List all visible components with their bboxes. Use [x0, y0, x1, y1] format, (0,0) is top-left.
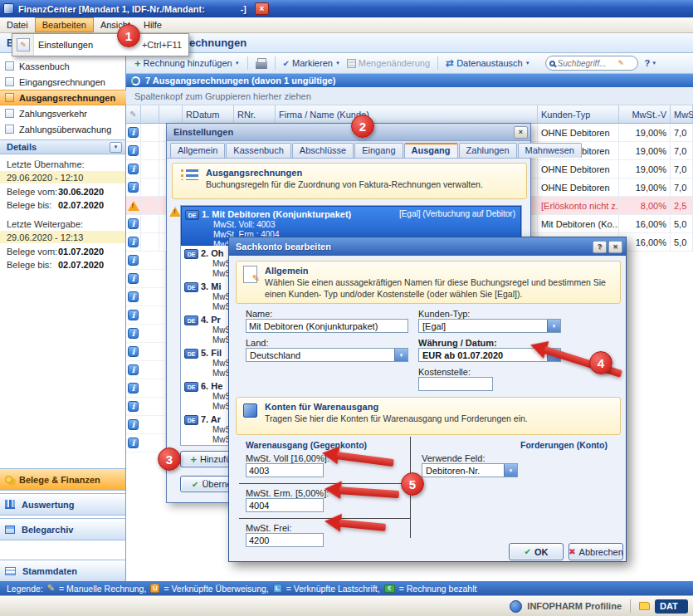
- table-row-icon[interactable]: i: [126, 343, 166, 361]
- tab-allgemein[interactable]: Allgemein: [170, 143, 225, 158]
- name-input[interactable]: [246, 319, 408, 333]
- info-icon[interactable]: i: [128, 383, 139, 394]
- column-header-mwst-v[interactable]: MwSt.-V: [619, 105, 671, 124]
- nav-auswertung[interactable]: Auswertung: [0, 493, 125, 516]
- kostenstelle-input[interactable]: [418, 377, 493, 391]
- info-icon[interactable]: i: [128, 145, 139, 156]
- info-icon[interactable]: i: [128, 291, 139, 302]
- table-row-icon[interactable]: i: [126, 416, 166, 434]
- sidebar-item-zahlungsverkehr[interactable]: Zahlungsverkehr: [0, 105, 126, 121]
- chevron-down-icon[interactable]: ▼: [547, 320, 560, 332]
- info-icon[interactable]: i: [128, 328, 139, 339]
- sidebar-item-eingangsrechnungen[interactable]: Eingangsrechnungen: [0, 74, 126, 90]
- table-row-icon[interactable]: i: [126, 361, 166, 379]
- search-input[interactable]: [558, 59, 616, 68]
- menu-bearbeiten[interactable]: Bearbeiten: [35, 17, 94, 32]
- menu-hilfe[interactable]: Hilfe: [137, 17, 168, 32]
- info-icon[interactable]: i: [128, 438, 139, 448]
- info-icon[interactable]: i: [128, 255, 139, 266]
- de-flag-icon: DE: [184, 249, 198, 259]
- dat-button[interactable]: DAT: [655, 599, 688, 614]
- debit-badge-icon: L: [273, 584, 282, 593]
- mwst-voll-input[interactable]: [246, 463, 324, 477]
- account-dialog-titlebar[interactable]: Sachkonto bearbeiten ? ×: [229, 237, 626, 256]
- help-button[interactable]: ? ▼: [645, 58, 657, 68]
- money-icon: €: [384, 584, 395, 593]
- column-header-icon[interactable]: [141, 105, 159, 124]
- details-filter-icon[interactable]: ▼: [110, 142, 122, 153]
- chevron-down-icon[interactable]: ▼: [504, 464, 517, 477]
- info-icon[interactable]: i: [128, 273, 139, 284]
- belege-bis-label: Belege bis:: [7, 200, 58, 210]
- group-by-area[interactable]: Spaltenkopf zum Gruppieren hierher ziehe…: [126, 87, 693, 105]
- brand-icon: [510, 600, 522, 613]
- de-flag-icon: DE: [184, 382, 198, 392]
- close-icon[interactable]: ×: [608, 241, 622, 253]
- close-icon[interactable]: ×: [514, 126, 528, 139]
- uebernahme-vom-row: Belege vom: 30.06.2020: [7, 187, 123, 197]
- tab-abschluesse[interactable]: Abschlüsse: [292, 143, 354, 158]
- info-icon[interactable]: i: [128, 401, 139, 412]
- info-icon[interactable]: i: [128, 218, 139, 229]
- column-header-icon[interactable]: [159, 105, 183, 124]
- mark-button[interactable]: ✔ Markieren ▼: [280, 56, 344, 70]
- add-invoice-button[interactable]: + Rechnung hinzufügen ▼: [131, 56, 243, 71]
- info-icon[interactable]: i: [128, 346, 139, 357]
- tab-kassenbuch[interactable]: Kassenbuch: [226, 143, 291, 158]
- info-icon[interactable]: i: [128, 310, 139, 320]
- menu-item-einstellungen[interactable]: ✎ Einstellungen +Ctrl+F11: [12, 34, 188, 56]
- cell-mwst-v: 19,00%: [619, 142, 671, 160]
- close-icon[interactable]: ×: [255, 2, 269, 15]
- kunden-typ-value: [Egal]: [422, 321, 446, 331]
- search-box[interactable]: ✎: [545, 56, 638, 71]
- ok-button[interactable]: ✔ OK: [509, 543, 564, 560]
- verwende-feld-select[interactable]: Debitoren-Nr. ▼: [422, 463, 518, 477]
- table-row-icon[interactable]: i: [126, 270, 166, 288]
- table-row-icon[interactable]: i: [126, 325, 166, 343]
- column-header-firma[interactable]: Firma / Name (Kunde): [276, 105, 538, 124]
- table-row-icon[interactable]: i: [126, 434, 166, 452]
- tab-mahnwesen[interactable]: Mahnwesen: [518, 143, 582, 158]
- toolbar-separator: [275, 56, 276, 70]
- sidebar-item-ausgangsrechnungen[interactable]: Ausgangsrechnungen: [0, 90, 126, 105]
- rule-line: MwSt. Voll: 4003: [213, 220, 515, 229]
- table-row-icon[interactable]: i: [126, 398, 166, 416]
- tab-zahlungen[interactable]: Zahlungen: [459, 143, 517, 158]
- info-icon[interactable]: i: [128, 164, 139, 174]
- mwst-erm-input[interactable]: [246, 498, 324, 512]
- kunden-typ-select[interactable]: [Egal] ▼: [418, 319, 561, 333]
- sidebar-item-zahlungsueberwachung[interactable]: Zahlungsüberwachung: [0, 121, 126, 137]
- data-exchange-button[interactable]: ⇄ Datenaustausch ▼: [442, 56, 534, 71]
- table-row-icon[interactable]: i: [126, 306, 166, 325]
- land-label: Land:: [246, 338, 269, 348]
- tab-ausgang[interactable]: Ausgang: [404, 143, 458, 158]
- column-header-mwst-e[interactable]: MwS: [671, 105, 693, 124]
- info-icon[interactable]: i: [128, 364, 139, 375]
- sidebar-item-kassenbuch[interactable]: Kassenbuch: [0, 58, 126, 74]
- nav-belege-finanzen[interactable]: Belege & Finanzen: [0, 468, 125, 491]
- menu-datei[interactable]: Datei: [0, 17, 35, 32]
- info-icon[interactable]: i: [128, 127, 139, 138]
- nav-stammdaten[interactable]: Stammdaten: [0, 560, 125, 582]
- table-row-icon[interactable]: i: [126, 379, 166, 398]
- nav-belegarchiv[interactable]: Belegarchiv: [0, 518, 125, 540]
- tab-eingang[interactable]: Eingang: [354, 143, 403, 158]
- info-icon[interactable]: i: [128, 182, 139, 193]
- document-list-icon: [5, 109, 14, 118]
- settings-dialog-titlebar[interactable]: Einstellungen ×: [167, 124, 530, 141]
- mwst-frei-input[interactable]: [246, 533, 324, 547]
- column-header-rdatum[interactable]: RDatum: [183, 105, 234, 124]
- info-icon[interactable]: i: [128, 237, 139, 247]
- info-icon[interactable]: i: [128, 419, 139, 430]
- print-button[interactable]: [252, 56, 271, 71]
- column-header-manual[interactable]: ✎: [126, 105, 141, 124]
- land-select[interactable]: Deutschland ▼: [246, 348, 408, 362]
- cell-mwst-e: 5,0: [671, 233, 693, 252]
- column-header-rnr[interactable]: RNr.: [234, 105, 276, 124]
- column-header-kundentyp[interactable]: Kunden-Typ: [538, 105, 619, 124]
- chevron-down-icon[interactable]: ▼: [394, 349, 408, 361]
- cancel-button[interactable]: ✖ Abbrechen: [569, 543, 623, 560]
- dialog-help-icon[interactable]: ?: [593, 241, 607, 253]
- table-row-icon[interactable]: i: [126, 288, 166, 306]
- table-row-icon[interactable]: i: [126, 252, 166, 270]
